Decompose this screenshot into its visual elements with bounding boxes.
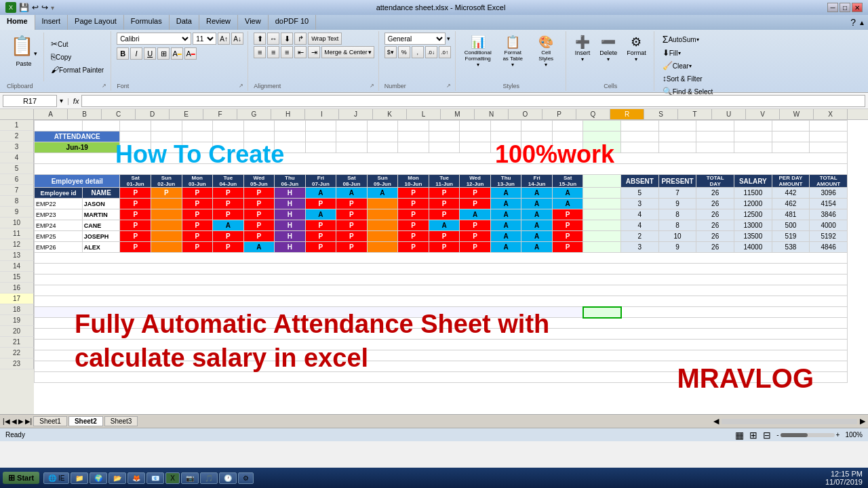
cell-W10[interactable]: 500 [772, 220, 810, 231]
row-11[interactable]: 11 [0, 228, 34, 239]
cell-R10[interactable] [583, 220, 621, 231]
cell-S8[interactable]: 3 [621, 199, 659, 209]
cell-T9[interactable]: 8 [658, 209, 696, 220]
sheet-tab-1[interactable]: Sheet1 [33, 416, 67, 426]
percent-button[interactable]: % [398, 46, 410, 58]
cell-E6[interactable]: Mon03-Jun [182, 175, 213, 188]
cell-I2[interactable] [305, 131, 336, 142]
table-row[interactable] [35, 121, 848, 131]
cell-S10[interactable]: 4 [621, 220, 659, 231]
cell-K3[interactable] [367, 142, 398, 153]
cell-C2[interactable] [120, 131, 151, 142]
cell-V6[interactable]: SALARY [734, 175, 772, 188]
col-O[interactable]: O [509, 109, 542, 119]
col-U[interactable]: U [712, 109, 746, 119]
cell-U9[interactable]: 26 [696, 209, 734, 220]
cell-Q9[interactable]: P [552, 209, 583, 220]
col-P[interactable]: P [542, 109, 576, 119]
cell-G7[interactable]: P [243, 188, 275, 199]
fill-color-button[interactable]: A▬ [171, 47, 183, 60]
col-C[interactable]: C [102, 109, 136, 119]
cell-M3[interactable] [429, 142, 460, 153]
cell-V10[interactable]: 13000 [734, 220, 772, 231]
align-middle-button[interactable]: ↔ [267, 33, 279, 45]
cell-X12[interactable]: 4846 [810, 242, 848, 253]
cell-U6[interactable]: TOTALDAY [696, 175, 734, 188]
cell-R6[interactable] [583, 175, 621, 188]
font-expand-icon[interactable]: ↗ [239, 83, 243, 89]
taskbar-music[interactable]: 🎵 [200, 472, 218, 484]
prev-sheet-button[interactable]: |◀ [3, 418, 10, 425]
currency-button[interactable]: $▾ [384, 46, 397, 58]
col-X[interactable]: X [814, 109, 848, 119]
cell-R9[interactable] [583, 209, 621, 220]
row-4[interactable]: 4 [0, 152, 34, 163]
col-A[interactable]: A [34, 109, 68, 119]
font-size-select[interactable]: 11 [193, 33, 216, 45]
cell-O10[interactable]: A [490, 220, 521, 231]
cell-O8[interactable]: A [490, 199, 521, 209]
insert-button[interactable]: ➕ Insert ▾ [572, 33, 594, 64]
zoom-in-button[interactable]: + [836, 431, 840, 439]
cell-D8[interactable] [151, 199, 182, 209]
col-N[interactable]: N [475, 109, 509, 119]
cell-F9[interactable]: P [213, 209, 244, 220]
cell-G10[interactable]: P [243, 220, 275, 231]
cell-I8[interactable]: P [305, 199, 336, 209]
cell-M10[interactable]: A [429, 220, 460, 231]
col-M[interactable]: M [441, 109, 475, 119]
cell-K10[interactable] [367, 220, 398, 231]
cell-M1[interactable] [429, 121, 460, 131]
format-painter-button[interactable]: 🖌 Format Painter [48, 64, 106, 76]
table-row[interactable] [35, 264, 848, 274]
cell-T11[interactable]: 10 [658, 231, 696, 242]
cell-Q11[interactable]: P [552, 231, 583, 242]
font-grow-button[interactable]: A↑ [218, 33, 230, 45]
cell-K1[interactable] [367, 121, 398, 131]
table-row[interactable]: EMP25 JOSEPH P P P P H P P P P P A A P [35, 231, 848, 242]
taskbar-explorer[interactable]: 📁 [71, 472, 88, 484]
col-J[interactable]: J [339, 109, 373, 119]
cell-X9[interactable]: 3846 [810, 209, 848, 220]
cell-styles-button[interactable]: 🎨 Cell Styles ▾ [531, 33, 561, 70]
cell-X8[interactable]: 4154 [810, 199, 848, 209]
cell-F11[interactable]: P [213, 231, 244, 242]
cell-E2[interactable] [182, 131, 213, 142]
cell-L7[interactable]: P [398, 188, 429, 199]
cell-reference-input[interactable]: R17 [3, 95, 57, 107]
row-1[interactable]: 1 [0, 120, 34, 131]
cell-E11[interactable]: P [182, 231, 213, 242]
cell-S3[interactable] [621, 142, 659, 153]
increase-indent-button[interactable]: ⇥ [308, 46, 320, 58]
table-row[interactable] [35, 350, 848, 361]
cell-F10[interactable]: A [213, 220, 244, 231]
cell-A11[interactable]: EMP25 [35, 231, 83, 242]
cell-L3[interactable] [398, 142, 429, 153]
table-row[interactable] [35, 372, 848, 383]
taskbar-camera[interactable]: 📷 [181, 472, 199, 484]
col-E[interactable]: E [170, 109, 203, 119]
col-G[interactable]: G [237, 109, 271, 119]
cell-M8[interactable]: P [429, 199, 460, 209]
cell-N6[interactable]: Wed12-Jun [460, 175, 491, 188]
cell-S2[interactable] [621, 131, 659, 142]
row-7[interactable]: 7 [0, 185, 34, 196]
cell-T10[interactable]: 8 [658, 220, 696, 231]
horizontal-scroll-left[interactable]: ◀ [713, 417, 719, 426]
sort-filter-button[interactable]: ↕ Sort & Filter [660, 73, 705, 85]
tab-dopdf[interactable]: doPDF 10 [269, 15, 317, 30]
row-5[interactable]: 5 [0, 163, 34, 174]
cell-row5[interactable] [35, 164, 848, 175]
cell-P11[interactable]: A [521, 231, 553, 242]
cell-E9[interactable]: P [182, 209, 213, 220]
table-row[interactable] [35, 307, 848, 318]
row-14[interactable]: 14 [0, 261, 34, 272]
paste-button[interactable]: 📋 ▾ [7, 33, 41, 59]
row-10[interactable]: 10 [0, 218, 34, 228]
row-17[interactable]: 17 [0, 293, 34, 304]
underline-button[interactable]: U [144, 47, 156, 60]
cell-F7[interactable]: P [213, 188, 244, 199]
number-format-expand[interactable]: ▾ [447, 35, 450, 42]
cell-J11[interactable]: P [336, 231, 368, 242]
cell-X1[interactable] [810, 121, 848, 131]
